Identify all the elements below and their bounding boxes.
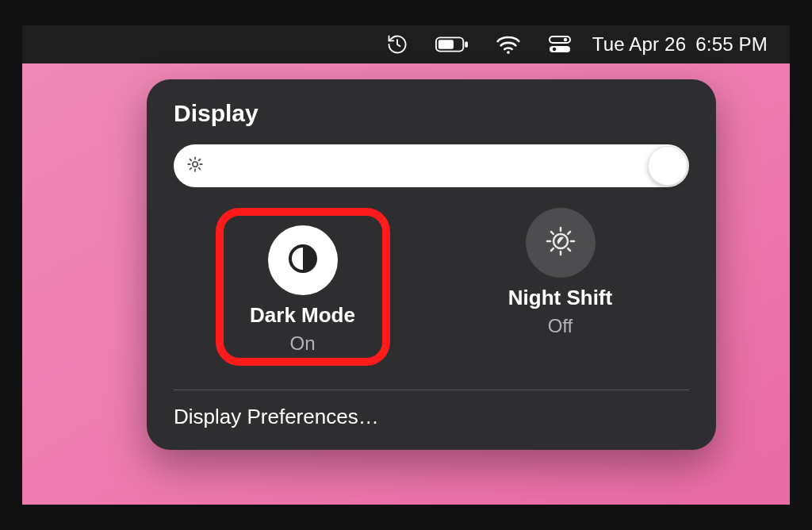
svg-rect-1: [465, 41, 468, 48]
dark-mode-label: Dark Mode: [250, 303, 355, 328]
svg-rect-2: [439, 40, 454, 48]
menu-bar-datetime[interactable]: Tue Apr 26 6:55 PM: [586, 25, 780, 63]
control-center-icon[interactable]: [535, 25, 584, 63]
wifi-icon[interactable]: [483, 25, 534, 63]
menu-bar-time: 6:55 PM: [695, 33, 768, 56]
display-preferences-link[interactable]: Display Preferences…: [174, 405, 689, 434]
menu-bar: Tue Apr 26 6:55 PM: [22, 25, 790, 63]
dark-mode-circle: [268, 225, 338, 295]
svg-line-14: [199, 168, 201, 170]
svg-point-5: [563, 38, 566, 41]
dark-mode-toggle[interactable]: Dark Mode On: [216, 208, 390, 366]
night-shift-circle: [526, 208, 596, 278]
battery-icon[interactable]: [423, 25, 481, 63]
svg-line-13: [190, 159, 192, 161]
brightness-slider[interactable]: [174, 144, 689, 187]
night-shift-toggle[interactable]: Night Shift Off: [473, 208, 648, 366]
svg-line-24: [568, 248, 570, 251]
svg-line-26: [568, 232, 570, 234]
svg-point-8: [193, 162, 197, 167]
display-control-panel: Display Dark Mode On: [147, 79, 716, 450]
night-shift-icon: [542, 223, 579, 263]
dark-mode-status: On: [289, 332, 315, 355]
brightness-low-icon: [186, 156, 204, 176]
svg-line-25: [551, 248, 553, 251]
svg-line-15: [190, 168, 192, 170]
panel-title: Display: [174, 100, 689, 127]
time-machine-icon[interactable]: [373, 25, 421, 63]
night-shift-status: Off: [548, 315, 573, 337]
svg-line-23: [551, 232, 553, 234]
svg-line-16: [199, 159, 201, 161]
svg-point-3: [507, 51, 510, 54]
night-shift-label: Night Shift: [508, 286, 612, 310]
panel-divider: [174, 390, 689, 390]
display-modes-row: Dark Mode On Night Shift Off: [174, 205, 689, 390]
svg-point-7: [552, 48, 555, 51]
brightness-slider-knob[interactable]: [648, 146, 688, 186]
menu-bar-date: Tue Apr 26: [592, 33, 687, 56]
dark-mode-icon: [285, 241, 320, 279]
